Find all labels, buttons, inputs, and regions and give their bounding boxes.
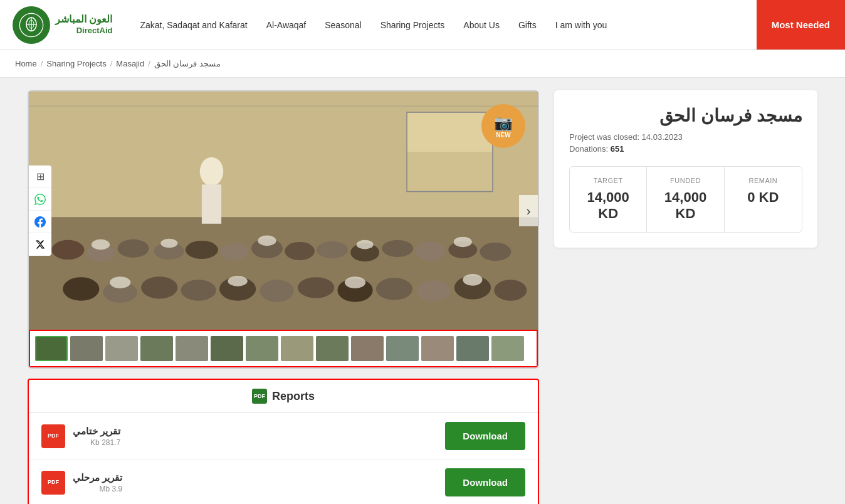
- svg-rect-13: [202, 184, 221, 223]
- camera-icon: 📷: [494, 114, 513, 132]
- report-2-name: تقرير مرحلي: [73, 472, 122, 483]
- report-1-info: تقرير ختامي 281.7 Kb: [73, 426, 120, 447]
- svg-point-14: [51, 240, 84, 260]
- download-button-1[interactable]: Download: [445, 422, 525, 450]
- svg-point-33: [260, 280, 294, 302]
- nav-zakat[interactable]: Zakat, Sadaqat and Kafarat: [131, 15, 256, 35]
- thumbnail-5[interactable]: [176, 336, 208, 361]
- project-card: مسجد فرسان الحق Project was closed: 14.0…: [554, 90, 817, 248]
- svg-point-30: [141, 276, 177, 298]
- svg-point-46: [228, 276, 248, 286]
- new-badge-text: NEW: [496, 132, 510, 139]
- nav-awaqaf[interactable]: Al-Awaqaf: [258, 15, 315, 35]
- thumbnail-8[interactable]: [281, 336, 313, 361]
- project-donations: Donations: 651: [569, 144, 802, 154]
- target-value: 14,000 KD: [577, 189, 639, 222]
- gallery-container: 📷 NEW ⊞ ›: [28, 90, 539, 369]
- svg-point-12: [200, 157, 223, 186]
- project-title: مسجد فرسان الحق: [569, 105, 802, 126]
- svg-point-45: [110, 276, 130, 288]
- whatsapp-icon[interactable]: [29, 188, 51, 211]
- thumbnails-strip: [29, 330, 538, 367]
- thumbnail-6[interactable]: [211, 336, 243, 361]
- thumbnail-13[interactable]: [456, 336, 489, 361]
- thumbnail-1[interactable]: [35, 336, 68, 361]
- reports-title: Reports: [272, 390, 315, 403]
- svg-rect-7: [29, 217, 538, 330]
- svg-point-22: [317, 241, 348, 258]
- breadcrumb-sep-3: /: [148, 59, 150, 68]
- svg-point-41: [160, 239, 177, 248]
- grid-icon[interactable]: ⊞: [29, 165, 51, 188]
- pdf-label: PDF: [254, 393, 265, 399]
- pdf-icon-red-1: PDF: [41, 424, 65, 448]
- report-row-2: PDF تقرير مرحلي 3.9 Mb Download: [29, 459, 538, 504]
- svg-point-43: [357, 240, 374, 249]
- nav-iamwithyou[interactable]: I am with you: [547, 15, 616, 35]
- svg-point-24: [382, 240, 413, 257]
- reports-header: PDF Reports: [29, 380, 538, 413]
- svg-point-18: [186, 241, 218, 259]
- side-icons: ⊞: [29, 165, 51, 256]
- donations-label: Donations:: [569, 144, 608, 154]
- thumbnail-4[interactable]: [140, 336, 173, 361]
- svg-point-25: [415, 241, 445, 261]
- svg-point-47: [345, 276, 365, 288]
- new-badge: 📷 NEW: [481, 104, 525, 148]
- report-1-size: 281.7 Kb: [73, 438, 120, 447]
- main-content: 📷 NEW ⊞ ›: [15, 90, 830, 504]
- svg-point-39: [494, 280, 527, 300]
- nav-seasonal[interactable]: Seasonal: [316, 15, 370, 35]
- breadcrumb-home[interactable]: Home: [15, 59, 37, 68]
- svg-point-27: [480, 243, 511, 261]
- download-button-2[interactable]: Download: [445, 468, 525, 496]
- right-column: مسجد فرسان الحق Project was closed: 14.0…: [554, 90, 817, 504]
- svg-rect-9: [407, 113, 492, 152]
- facebook-icon[interactable]: [29, 211, 51, 233]
- thumbnail-14[interactable]: [491, 336, 524, 361]
- report-2-info: تقرير مرحلي 3.9 Mb: [73, 472, 122, 493]
- report-1-left: PDF تقرير ختامي 281.7 Kb: [41, 424, 120, 448]
- thumbnail-7[interactable]: [246, 336, 278, 361]
- breadcrumb: Home / Sharing Projects / Masajid / مسجد…: [0, 50, 845, 78]
- breadcrumb-sep-2: /: [110, 59, 113, 68]
- thumbnail-12[interactable]: [421, 336, 454, 361]
- main-nav: Zakat, Sadaqat and Kafarat Al-Awaqaf Sea…: [131, 15, 832, 35]
- svg-point-21: [285, 242, 315, 260]
- logo-text: العون المباشر DirectAid: [55, 13, 112, 37]
- breadcrumb-project: مسجد فرسان الحق: [154, 59, 221, 68]
- remain-value: 0 KD: [732, 189, 794, 206]
- stat-target: TARGET 14,000 KD: [570, 167, 647, 232]
- project-status: Project was closed: 14.03.2023: [569, 132, 802, 142]
- next-image-button[interactable]: ›: [519, 195, 538, 226]
- thumbnail-3[interactable]: [105, 336, 138, 361]
- twitter-icon[interactable]: [29, 233, 51, 256]
- svg-point-34: [298, 277, 334, 298]
- svg-point-36: [376, 278, 412, 300]
- svg-point-44: [454, 237, 472, 248]
- reports-section: PDF Reports PDF تقرير ختامي 281.7 Kb Dow…: [28, 379, 539, 504]
- stat-remain: REMAIN 0 KD: [725, 167, 802, 232]
- report-2-left: PDF تقرير مرحلي 3.9 Mb: [41, 471, 122, 495]
- stat-funded: FUNDED 14,000 KD: [647, 167, 724, 232]
- svg-point-37: [416, 280, 450, 301]
- nav-about[interactable]: About Us: [454, 15, 508, 35]
- logo-area[interactable]: العون المباشر DirectAid: [13, 6, 112, 44]
- target-label: TARGET: [577, 177, 639, 184]
- breadcrumb-sharing[interactable]: Sharing Projects: [46, 59, 106, 68]
- nav-sharing[interactable]: Sharing Projects: [372, 15, 454, 35]
- svg-point-42: [258, 236, 276, 246]
- nav-gifts[interactable]: Gifts: [510, 15, 545, 35]
- remain-label: REMAIN: [732, 177, 794, 184]
- report-2-size: 3.9 Mb: [73, 485, 122, 493]
- report-row-1: PDF تقرير ختامي 281.7 Kb Download: [29, 413, 538, 459]
- left-column: 📷 NEW ⊞ ›: [28, 90, 539, 504]
- thumbnail-9[interactable]: [316, 336, 349, 361]
- thumbnail-2[interactable]: [70, 336, 103, 361]
- most-needed-button[interactable]: Most Needed: [757, 0, 845, 50]
- breadcrumb-masajid[interactable]: Masajid: [116, 59, 144, 68]
- svg-point-48: [463, 274, 482, 286]
- thumbnail-10[interactable]: [351, 336, 384, 361]
- pdf-icon-red-2: PDF: [41, 471, 65, 495]
- thumbnail-11[interactable]: [386, 336, 419, 361]
